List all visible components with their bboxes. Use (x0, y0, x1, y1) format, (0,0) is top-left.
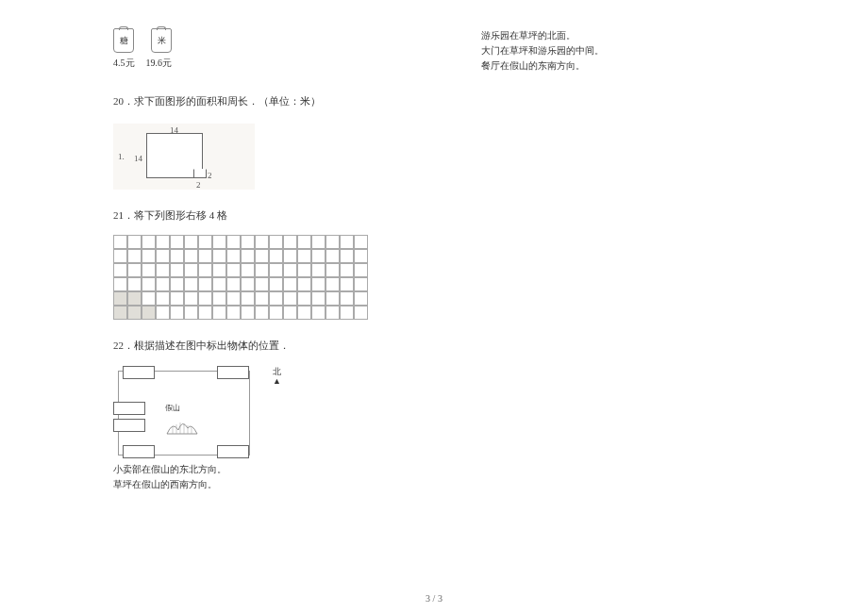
grid-cell (311, 291, 326, 306)
q22-map: 假山 北 ▲ (113, 366, 264, 460)
q22-title: 22．根据描述在图中标出物体的位置． (113, 337, 415, 355)
grid-cell (212, 263, 226, 277)
grid-cell (283, 235, 297, 249)
grid-cell (198, 249, 212, 263)
grid-cell (340, 277, 354, 291)
grid-cell (311, 263, 326, 277)
grid-cell (127, 291, 142, 306)
grid-cell (198, 235, 212, 249)
q21-title: 21．将下列图形右移 4 格 (113, 207, 415, 224)
grid-cell (170, 263, 184, 277)
grid-cell (198, 291, 212, 306)
grid-cell (170, 277, 184, 291)
grid-cell (113, 306, 127, 320)
grid-cell (269, 235, 283, 249)
grid-cell (142, 291, 156, 306)
question-22: 22．根据描述在图中标出物体的位置． 假山 北 ▲ 小卖部在假山的东北方向。 (113, 337, 415, 492)
grid-cell (311, 249, 326, 263)
grid-cell (212, 306, 226, 320)
desc-right-2: 餐厅在假山的东南方向。 (481, 58, 745, 74)
grid-cell (297, 291, 311, 306)
grid-cell (241, 263, 255, 277)
grid-cell (226, 235, 241, 249)
grid-cell (212, 235, 226, 249)
grid-cell (340, 263, 354, 277)
q22-desc-right: 游乐园在草坪的北面。 大门在草坪和游乐园的中间。 餐厅在假山的东南方向。 (481, 28, 745, 74)
grid-cell (156, 291, 170, 306)
grid-cell (354, 306, 368, 320)
grid-cell (226, 306, 241, 320)
grid-cell (311, 235, 326, 249)
grid-cell (226, 277, 241, 291)
grid-cell (198, 263, 212, 277)
grid-cell (156, 263, 170, 277)
grid-cell (255, 306, 269, 320)
grid-cell (184, 235, 198, 249)
grid-cell (297, 263, 311, 277)
grid-cell (127, 235, 142, 249)
north-indicator: 北 ▲ (273, 368, 281, 387)
grid-cell (326, 277, 340, 291)
grid-cell (184, 277, 198, 291)
right-column: 游乐园在草坪的北面。 大门在草坪和游乐园的中间。 餐厅在假山的东南方向。 (481, 28, 745, 74)
map-box-se (217, 445, 249, 458)
desc-left-0: 小卖部在假山的东北方向。 (113, 462, 415, 477)
grid-cell (283, 277, 297, 291)
grid-cell (255, 249, 269, 263)
grid-cell (269, 277, 283, 291)
grid-cell (127, 263, 142, 277)
grid-cell (156, 249, 170, 263)
grid-cell (241, 249, 255, 263)
grid-cell (311, 306, 326, 320)
grid-cell (212, 249, 226, 263)
grid-cell (142, 306, 156, 320)
grid-cell (170, 235, 184, 249)
q20-title: 20．求下面图形的面积和周长．（单位：米） (113, 92, 415, 110)
grid-cell (326, 291, 340, 306)
map-box-nw (123, 366, 155, 379)
grid-cell (354, 277, 368, 291)
q21-grid (113, 235, 368, 320)
grid-cell (255, 263, 269, 277)
grid-cell (198, 306, 212, 320)
grid-cell (255, 291, 269, 306)
grid-cell (283, 306, 297, 320)
page-number: 3 / 3 (0, 593, 868, 604)
grid-cell (269, 249, 283, 263)
grid-cell (226, 291, 241, 306)
grid-cell (326, 249, 340, 263)
grid-cell (212, 291, 226, 306)
question-21: 21．将下列图形右移 4 格 (113, 207, 415, 321)
grid-cell (283, 263, 297, 277)
grid-cell (326, 235, 340, 249)
q20-dim-top: 14 (170, 124, 178, 138)
rice-label: 米 (158, 35, 166, 47)
grid-cell (198, 277, 212, 291)
grid-cell (113, 277, 127, 291)
grid-cell (354, 235, 368, 249)
grid-cell (142, 249, 156, 263)
grid-cell (184, 306, 198, 320)
grid-cell (142, 235, 156, 249)
sugar-bag-icon: 糖 (113, 28, 134, 53)
grid-cell (340, 235, 354, 249)
price-row: 4.5元 19.6元 (113, 57, 415, 70)
grid-cell (326, 306, 340, 320)
grid-cell (297, 249, 311, 263)
grid-cell (283, 291, 297, 306)
sugar-label: 糖 (120, 35, 128, 47)
grid-cell (113, 235, 127, 249)
q20-figure: 1. 14 14 2 2 (113, 124, 255, 190)
grid-cell (184, 291, 198, 306)
grid-cell (340, 291, 354, 306)
grid-cell (297, 306, 311, 320)
product-icons-row: 糖 米 (113, 28, 415, 53)
grid-cell (156, 235, 170, 249)
grid-cell (156, 277, 170, 291)
q20-dim-notch-b: 2 (196, 178, 201, 192)
grid-cell (170, 249, 184, 263)
grid-cell (113, 249, 127, 263)
hill-label: 假山 (165, 404, 180, 412)
map-hill: 假山 (165, 402, 203, 428)
grid-cell (212, 277, 226, 291)
